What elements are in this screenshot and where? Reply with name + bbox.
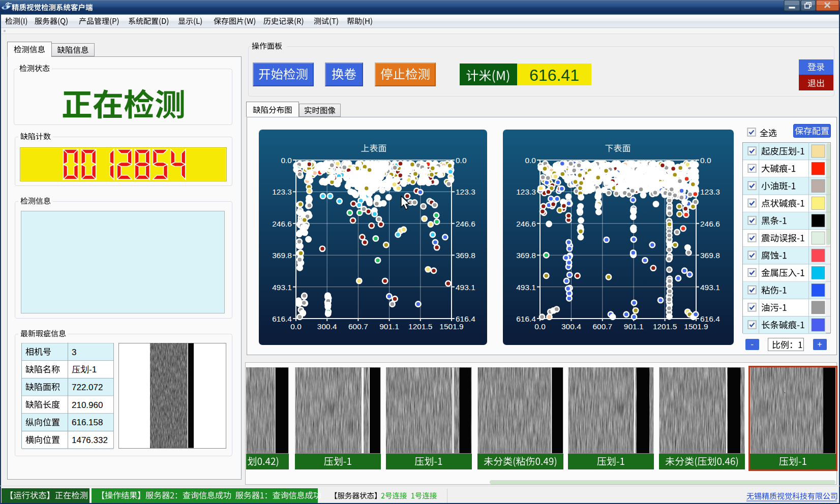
svg-text:722.072: 722.072 [72,383,103,392]
svg-text:0.0: 0.0 [281,156,292,165]
svg-text:1501.9: 1501.9 [684,322,708,331]
svg-text:616.4: 616.4 [516,314,536,323]
svg-text:0.0: 0.0 [534,322,546,331]
svg-text:1201.5: 1201.5 [653,322,677,331]
svg-text:600.7: 600.7 [348,322,368,331]
svg-text:123.3: 123.3 [516,187,536,196]
svg-text:616.158: 616.158 [72,418,103,427]
svg-text:1476.332: 1476.332 [72,435,108,445]
svg-text:246.6: 246.6 [516,219,536,228]
svg-text:210.960: 210.960 [72,400,103,410]
svg-text:246.6: 246.6 [700,219,720,228]
svg-text:369.8: 369.8 [272,251,292,260]
svg-text:123.3: 123.3 [456,187,475,196]
svg-text:0.0: 0.0 [700,156,711,165]
svg-text:493.1: 493.1 [272,283,292,292]
svg-text:1501.9: 1501.9 [439,322,463,331]
svg-text:-: - [751,339,754,349]
svg-text:1201.5: 1201.5 [408,322,432,331]
svg-text:493.1: 493.1 [700,283,720,292]
svg-text:369.8: 369.8 [700,251,720,260]
svg-text:369.8: 369.8 [456,251,475,260]
svg-text:369.8: 369.8 [516,251,536,260]
svg-text:0.0: 0.0 [456,156,467,165]
svg-text:300.4: 300.4 [317,322,337,331]
svg-text:901.1: 901.1 [379,322,399,331]
svg-text:123.3: 123.3 [272,187,292,196]
svg-text:616.4: 616.4 [272,314,292,323]
svg-text:压划-1: 压划-1 [72,365,97,374]
svg-text:901.1: 901.1 [624,322,644,331]
svg-text:0.0: 0.0 [525,156,536,165]
svg-text:493.1: 493.1 [516,283,536,292]
svg-text:300.4: 300.4 [561,322,581,331]
svg-text:493.1: 493.1 [456,283,475,292]
svg-text:600.7: 600.7 [592,322,612,331]
svg-text:616.41: 616.41 [529,66,579,84]
svg-text:123.3: 123.3 [700,187,720,196]
svg-text:0.0: 0.0 [290,322,302,331]
svg-text:+: + [817,340,822,349]
svg-text:246.6: 246.6 [272,219,292,228]
svg-text:3: 3 [72,348,76,357]
svg-text:246.6: 246.6 [456,219,475,228]
